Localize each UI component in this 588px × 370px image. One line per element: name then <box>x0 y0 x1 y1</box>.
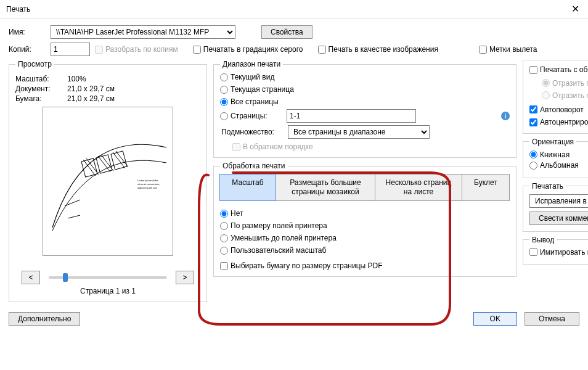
tab-tile[interactable]: Размещать большие страницы мозаикой <box>276 174 375 201</box>
bleed-marks-checkbox[interactable] <box>479 46 487 54</box>
autocenter-label: Автоцентрирование <box>540 118 588 126</box>
paper-label: Бумага: <box>15 94 67 103</box>
landscape-label: Альбомная <box>540 161 579 170</box>
handling-legend: Обработка печати <box>220 162 288 170</box>
chevron-left-icon: < <box>28 273 33 282</box>
printer-name-label: Имя: <box>9 28 46 36</box>
choose-paper-checkbox[interactable] <box>220 262 228 270</box>
overprint-label: Имитировать печать поверх <box>540 248 588 257</box>
scale-none-radio[interactable] <box>220 210 228 218</box>
flip-long-radio <box>542 79 550 87</box>
chevron-right-icon: > <box>182 273 187 282</box>
print-what-group: Печатать Исправления в документе Свести … <box>523 182 588 232</box>
scale-shrink-label: Уменьшить до полей принтера <box>231 234 337 242</box>
grayscale-checkbox[interactable] <box>193 46 201 54</box>
landscape-radio[interactable] <box>529 162 537 170</box>
scale-custom-radio[interactable] <box>220 247 228 255</box>
preview-legend: Просмотр <box>15 60 54 68</box>
ok-button[interactable]: OK <box>473 312 517 326</box>
copies-label: Копий: <box>9 45 46 54</box>
svg-text:sit amet consectetur: sit amet consectetur <box>137 183 160 186</box>
scale-fit-label: По размеру полей принтера <box>231 221 327 230</box>
scale-none-label: Нет <box>231 209 243 218</box>
flip-short-radio <box>542 91 550 99</box>
output-legend: Вывод <box>529 236 557 244</box>
flatten-button[interactable]: Свести комментарии <box>529 212 588 225</box>
range-current-view-label: Текущий вид <box>231 73 274 81</box>
output-group: Вывод Имитировать печать поверх <box>523 236 588 265</box>
portrait-radio[interactable] <box>529 150 537 158</box>
svg-text:adipiscing elit sed: adipiscing elit sed <box>137 186 157 189</box>
handling-group: Обработка печати Масштаб Размещать больш… <box>213 162 517 277</box>
tab-scale[interactable]: Масштаб <box>219 174 276 201</box>
document-label: Документ: <box>15 84 67 93</box>
range-current-page-label: Текущая страница <box>231 85 294 94</box>
as-image-checkbox[interactable] <box>318 46 326 54</box>
svg-text:Lorem ipsum dolor: Lorem ipsum dolor <box>137 179 158 182</box>
flip-short-label: Отразить по короткому краю <box>552 91 588 100</box>
autorotate-checkbox[interactable] <box>529 105 537 113</box>
tab-nup[interactable]: Несколько страниц на листе <box>375 174 462 201</box>
dialog-title: Печать <box>6 0 30 18</box>
printer-select[interactable]: \\TANIA\HP LaserJet Professional M1132 M… <box>51 25 235 39</box>
page-preview: Lorem ipsum dolor sit amet consectetur a… <box>43 107 173 256</box>
as-image-label: Печать в качестве изображения <box>329 45 438 54</box>
duplex-checkbox[interactable] <box>529 66 537 74</box>
page-slider[interactable] <box>49 276 167 279</box>
range-current-view-radio[interactable] <box>220 73 228 81</box>
print-range-group: Диапазон печати Текущий вид Текущая стра… <box>213 60 517 158</box>
next-page-button[interactable]: > <box>176 271 194 284</box>
autorotate-label: Автоповорот <box>540 105 584 114</box>
range-all-pages-radio[interactable] <box>220 98 228 106</box>
bleed-marks-label: Метки вылета <box>489 45 537 54</box>
overprint-checkbox[interactable] <box>529 248 537 256</box>
document-value: 21,0 x 29,7 см <box>67 84 200 93</box>
print-what-legend: Печатать <box>529 182 566 191</box>
portrait-label: Книжная <box>540 150 570 159</box>
orientation-group: Ориентация Книжная Альбомная <box>523 138 588 178</box>
reverse-order-checkbox <box>232 143 240 151</box>
collate-checkbox <box>95 46 103 54</box>
scale-label: Масштаб: <box>15 75 67 83</box>
properties-button[interactable]: Свойства <box>261 25 312 39</box>
subset-select[interactable]: Все страницы в диапазоне <box>288 125 430 139</box>
choose-paper-label: Выбирать бумагу по размеру страницы PDF <box>231 261 383 270</box>
copies-input[interactable] <box>51 43 90 56</box>
tab-booklet[interactable]: Буклет <box>462 174 510 201</box>
range-all-pages-label: Все страницы <box>231 97 279 106</box>
pages-input[interactable] <box>287 109 416 123</box>
info-icon[interactable]: i <box>501 112 510 120</box>
flip-long-label: Отразить по длинному краю <box>552 79 588 88</box>
print-what-select[interactable]: Исправления в документе <box>529 194 588 208</box>
autocenter-checkbox[interactable] <box>529 118 537 126</box>
scale-value: 100% <box>67 75 200 83</box>
grayscale-label: Печатать в градациях серого <box>203 45 303 54</box>
close-icon[interactable]: ✕ <box>569 0 582 18</box>
preview-group: Просмотр Масштаб: 100% Документ: 21,0 x … <box>9 60 207 302</box>
prev-page-button[interactable]: < <box>22 271 40 284</box>
reverse-order-label: В обратном порядке <box>243 142 313 151</box>
print-range-legend: Диапазон печати <box>220 60 283 68</box>
collate-label: Разобрать по копиям <box>105 45 178 54</box>
range-pages-label: Страницы: <box>231 112 267 120</box>
scale-custom-label: Пользовательский масштаб <box>231 246 326 255</box>
paper-value: 21,0 x 29,7 см <box>67 94 200 103</box>
scale-shrink-radio[interactable] <box>220 234 228 242</box>
subset-label: Подмножество: <box>220 128 283 136</box>
range-pages-radio[interactable] <box>220 112 228 120</box>
page-info: Страница 1 из 1 <box>15 287 200 295</box>
range-current-page-radio[interactable] <box>220 86 228 94</box>
orientation-legend: Ориентация <box>529 138 576 146</box>
cancel-button[interactable]: Отмена <box>525 312 579 326</box>
scale-fit-radio[interactable] <box>220 222 228 230</box>
advanced-button[interactable]: Дополнительно <box>9 312 80 326</box>
duplex-label: Печатать с обеих сторон бумаги <box>540 65 588 74</box>
